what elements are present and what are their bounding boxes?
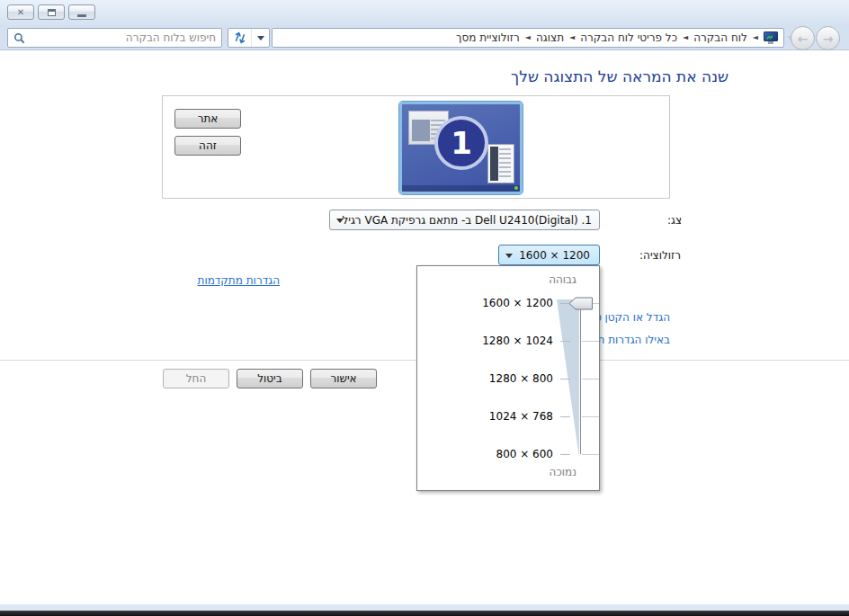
display-combobox[interactable]: 1. Dell U2410(Digital) ב- מתאם גרפיקת VG… [329,210,600,230]
refresh-icon [228,29,252,47]
preview-taskbar [402,185,520,192]
search-icon [13,32,26,45]
breadcrumb-display[interactable]: תצוגה [536,31,564,44]
display-label: צג: [667,214,682,227]
minimize-button[interactable] [68,4,95,20]
chevron-down-icon [505,254,513,258]
breadcrumb-arrow-icon: ◄ [569,34,575,41]
tick-mark [560,379,570,379]
slider-track[interactable] [580,303,581,454]
detect-button[interactable]: אתר [174,109,241,129]
window-bottom-frame [0,604,849,611]
chevron-down-icon [336,219,344,223]
tick-mark [582,416,599,417]
resolution-combobox[interactable]: 1600 × 1200 [498,245,600,265]
ok-button[interactable]: אישור [310,369,377,388]
resolution-option-1280x800[interactable]: 1280 × 800 [489,372,553,385]
taskbar-edge [0,611,849,616]
cancel-button[interactable]: ביטול [237,369,303,388]
resolution-combobox-value: 1600 × 1200 [519,249,590,262]
slider-thumb[interactable] [568,297,594,310]
close-icon: ✕ [17,8,24,17]
minimize-icon [77,14,86,17]
address-bar[interactable]: ◄ לוח הבקרה ◄ כל פריטי לוח הבקרה ◄ תצוגה… [272,28,784,48]
arrow-left-icon: ← [798,31,809,46]
back-button[interactable]: → [816,26,840,50]
resolution-option-1024x768[interactable]: 1024 × 768 [489,410,553,423]
breadcrumb-all-items[interactable]: כל פריטי לוח הבקרה [580,31,677,44]
search-input[interactable] [30,30,216,46]
refresh-split-button[interactable] [228,28,270,48]
resolution-dropdown-panel: גבוהה נמוכה 1600 × 1200 1280 × 1024 1280… [416,265,600,491]
tick-mark [582,379,599,379]
titlebar [0,0,849,25]
tick-mark [560,454,570,455]
refresh-dropdown[interactable] [252,29,269,47]
tick-mark [582,454,599,455]
resolution-option-1600x1200[interactable]: 1600 × 1200 [482,297,553,309]
slider-high-label: גבוהה [549,273,576,286]
tick-mark [560,341,570,342]
screen-resolution-window: ✕ ◄ לוח הבקרה ◄ כל פריטי לוח הב [0,0,849,616]
monitor-preview-panel: אתר זהה 1 [162,95,670,199]
resolution-option-800x600[interactable]: 800 × 600 [496,448,554,460]
monitor-preview[interactable]: 1 [399,102,523,194]
restore-button[interactable] [38,4,65,20]
tick-mark [582,341,599,342]
monitor-number-badge: 1 [434,116,488,170]
breadcrumb-arrow-icon: ◄ [753,34,758,41]
resolution-label: רזולוציה: [639,249,681,262]
tick-mark [560,416,570,417]
arrow-right-icon: → [823,31,834,46]
page-title: שנה את המראה של התצוגה שלך [511,67,728,85]
chevron-down-icon [257,36,264,40]
preview-notification-dot [514,186,518,190]
close-button[interactable]: ✕ [7,4,34,20]
breadcrumb-control-panel[interactable]: לוח הבקרה [693,31,747,44]
preview-window-small [487,144,514,183]
breadcrumb-arrow-icon: ◄ [683,34,688,41]
search-box[interactable] [7,28,222,48]
slider-low-label: נמוכה [550,466,576,478]
identify-button[interactable]: זהה [174,136,241,156]
resolution-option-1280x1024[interactable]: 1280 × 1024 [482,335,553,347]
screen-resolution-icon [764,31,779,45]
restore-icon [48,9,56,16]
advanced-settings-link[interactable]: הגדרות מתקדמות [198,274,281,287]
display-combobox-value: 1. Dell U2410(Digital) ב- מתאם גרפיקת VG… [342,214,592,227]
breadcrumb-screen-resolution[interactable]: רזולוציית מסך [456,31,520,44]
apply-button: החל [163,369,229,388]
breadcrumb-arrow-icon: ◄ [525,34,531,41]
forward-button[interactable]: ← [791,26,815,50]
